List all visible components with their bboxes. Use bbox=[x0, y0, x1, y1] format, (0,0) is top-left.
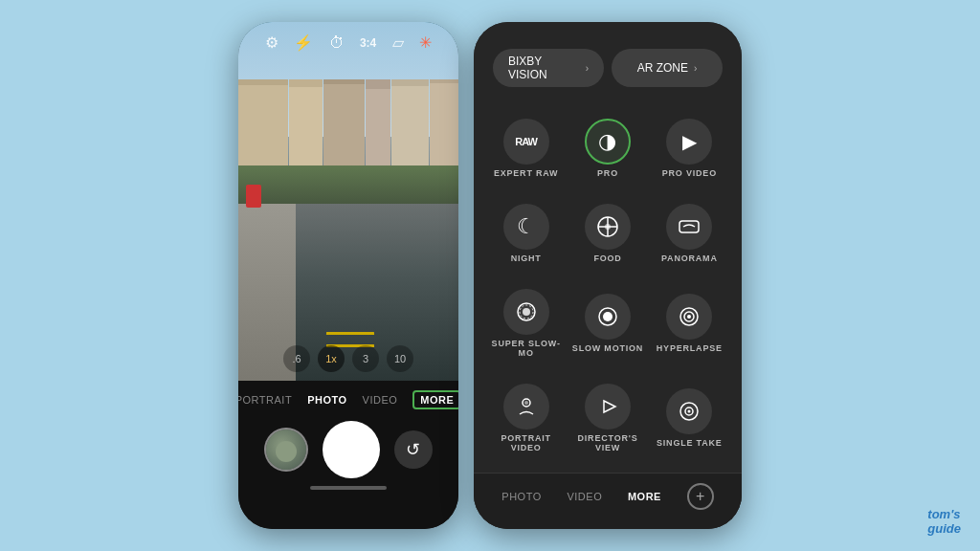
mode-single-take[interactable]: SINGLE TAKE bbox=[649, 370, 730, 465]
zoom-1x[interactable]: 1x bbox=[318, 345, 345, 372]
food-icon bbox=[585, 204, 631, 250]
pro-label: PRO bbox=[597, 168, 618, 178]
directors-view-icon bbox=[585, 384, 631, 430]
bottom-photo-tab[interactable]: PHOTO bbox=[501, 491, 541, 502]
mode-super-slow-mo[interactable]: SUPER SLOW-MO bbox=[485, 276, 567, 371]
mode-pro[interactable]: ◑ PRO bbox=[567, 106, 648, 191]
bixby-label: BIXBY VISION bbox=[508, 55, 580, 81]
ar-zone-button[interactable]: AR ZONE › bbox=[612, 49, 723, 87]
left-phone: ⚙ ⚡ ⏱ 3:4 ▱ ✳ .6 1x 3 10 PORTRAIT PHOTO … bbox=[238, 22, 458, 529]
super-slow-mo-icon bbox=[503, 289, 549, 335]
shutter-button[interactable] bbox=[323, 421, 380, 478]
portrait-tab[interactable]: PORTRAIT bbox=[238, 394, 292, 406]
panorama-label: PANORAMA bbox=[661, 253, 718, 263]
super-slow-mo-label: SUPER SLOW-MO bbox=[489, 339, 563, 358]
svg-marker-15 bbox=[604, 401, 615, 412]
svg-point-18 bbox=[688, 409, 691, 412]
slow-motion-icon bbox=[585, 294, 631, 340]
mode-pro-video[interactable]: ▶ PRO VIDEO bbox=[649, 106, 730, 191]
photo-tab[interactable]: PHOTO bbox=[307, 394, 346, 406]
zoom-06[interactable]: .6 bbox=[283, 345, 310, 372]
watermark-line2: guide bbox=[927, 521, 961, 536]
shape-icon[interactable]: ▱ bbox=[392, 33, 404, 52]
home-indicator bbox=[310, 486, 387, 490]
camera-bottom: PORTRAIT PHOTO VIDEO MORE ↺ bbox=[238, 381, 458, 529]
slow-motion-label: SLOW MOTION bbox=[572, 343, 643, 353]
main-container: ⚙ ⚡ ⏱ 3:4 ▱ ✳ .6 1x 3 10 PORTRAIT PHOTO … bbox=[0, 0, 980, 551]
mode-slow-motion[interactable]: SLOW MOTION bbox=[567, 276, 648, 371]
hyperlapse-icon bbox=[666, 294, 712, 340]
mode-portrait-video[interactable]: PORTRAIT VIDEO bbox=[485, 370, 567, 465]
zoom-10[interactable]: 10 bbox=[387, 345, 413, 372]
expert-raw-icon: RAW bbox=[503, 119, 549, 165]
bottom-mode-tabs: PHOTO VIDEO MORE + bbox=[474, 473, 742, 529]
video-tab[interactable]: VIDEO bbox=[363, 394, 398, 406]
bottom-more-tab[interactable]: MORE bbox=[628, 491, 661, 502]
camera-viewfinder: ⚙ ⚡ ⏱ 3:4 ▱ ✳ .6 1x 3 10 bbox=[238, 22, 458, 386]
watermark: tom's guide bbox=[927, 507, 961, 536]
watermark-line1: tom's bbox=[927, 507, 961, 521]
mode-directors-view[interactable]: DIRECTOR'S VIEW bbox=[567, 370, 648, 465]
modes-panel: BIXBY VISION › AR ZONE › RAW EXPERT RAW bbox=[474, 22, 742, 529]
modes-grid: RAW EXPERT RAW ◑ PRO ▶ PRO VIDEO bbox=[474, 99, 742, 473]
settings-icon[interactable]: ⚙ bbox=[265, 33, 278, 52]
flip-camera-button[interactable]: ↺ bbox=[394, 430, 433, 469]
ar-label: AR ZONE bbox=[637, 61, 688, 75]
effects-icon[interactable]: ✳ bbox=[419, 33, 432, 52]
night-label: NIGHT bbox=[511, 253, 542, 263]
hyperlapse-label: HYPERLAPSE bbox=[657, 343, 723, 353]
camera-controls-row: ↺ bbox=[238, 421, 458, 478]
flash-icon[interactable]: ⚡ bbox=[294, 33, 313, 52]
pro-video-icon: ▶ bbox=[666, 119, 712, 165]
thumbnail-image bbox=[266, 430, 306, 470]
camera-mode-tabs: PORTRAIT PHOTO VIDEO MORE bbox=[238, 390, 458, 409]
bixby-vision-button[interactable]: BIXBY VISION › bbox=[493, 49, 604, 87]
single-take-label: SINGLE TAKE bbox=[657, 438, 723, 448]
svg-point-12 bbox=[687, 315, 691, 319]
mode-food[interactable]: FOOD bbox=[567, 191, 648, 276]
pro-video-label: PRO VIDEO bbox=[662, 168, 717, 178]
mode-panorama[interactable]: PANORAMA bbox=[649, 191, 730, 276]
add-mode-button[interactable]: + bbox=[687, 483, 714, 510]
bixby-chevron: › bbox=[586, 63, 589, 74]
pro-icon: ◑ bbox=[585, 119, 631, 165]
mode-expert-raw[interactable]: RAW EXPERT RAW bbox=[485, 106, 567, 191]
portrait-video-icon bbox=[503, 384, 549, 430]
zoom-3[interactable]: 3 bbox=[352, 345, 379, 372]
single-take-icon bbox=[666, 388, 712, 434]
mode-night[interactable]: ☾ NIGHT bbox=[485, 191, 567, 276]
svg-rect-4 bbox=[679, 221, 699, 232]
service-row: BIXBY VISION › AR ZONE › bbox=[474, 22, 742, 99]
svg-point-3 bbox=[605, 224, 611, 230]
svg-point-9 bbox=[603, 312, 612, 321]
directors-view-label: DIRECTOR'S VIEW bbox=[570, 433, 644, 452]
more-tab[interactable]: MORE bbox=[412, 390, 458, 409]
camera-top-bar: ⚙ ⚡ ⏱ 3:4 ▱ ✳ bbox=[238, 22, 458, 63]
panorama-icon bbox=[666, 204, 712, 250]
bottom-video-tab[interactable]: VIDEO bbox=[567, 491, 602, 502]
food-label: FOOD bbox=[593, 253, 621, 263]
expert-raw-label: EXPERT RAW bbox=[494, 168, 559, 178]
mode-hyperlapse[interactable]: HYPERLAPSE bbox=[649, 276, 730, 371]
portrait-video-label: PORTRAIT VIDEO bbox=[489, 433, 563, 452]
svg-point-6 bbox=[523, 308, 530, 316]
svg-point-14 bbox=[524, 401, 528, 405]
zoom-controls: .6 1x 3 10 bbox=[283, 345, 413, 372]
night-icon: ☾ bbox=[503, 204, 549, 250]
ratio-icon[interactable]: 3:4 bbox=[360, 36, 376, 50]
gallery-thumbnail[interactable] bbox=[264, 428, 308, 472]
timer-icon[interactable]: ⏱ bbox=[329, 34, 345, 52]
ar-chevron: › bbox=[694, 63, 697, 74]
right-phone: BIXBY VISION › AR ZONE › RAW EXPERT RAW bbox=[474, 22, 742, 529]
